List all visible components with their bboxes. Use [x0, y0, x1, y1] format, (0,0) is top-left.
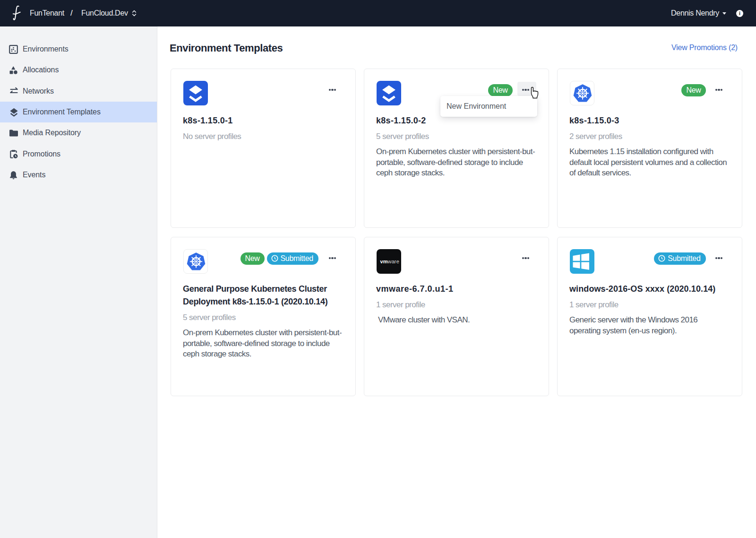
- svg-text:vmware: vmware: [380, 259, 399, 264]
